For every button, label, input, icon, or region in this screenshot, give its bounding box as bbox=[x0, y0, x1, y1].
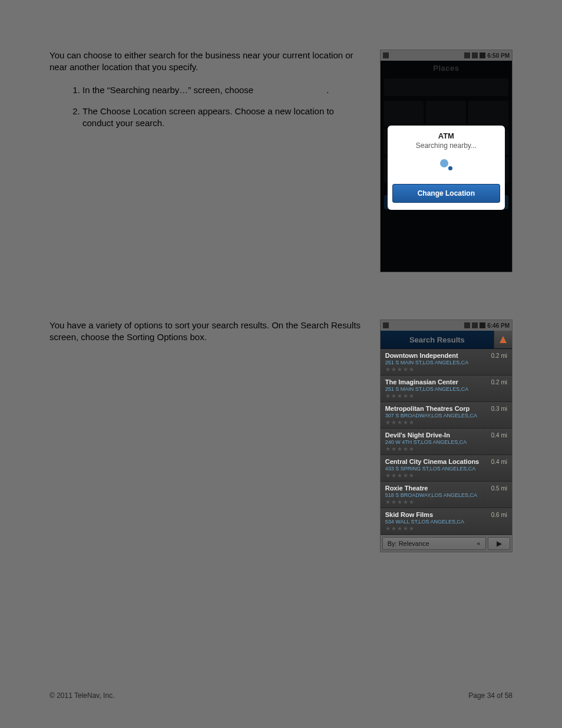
result-rating-stars: ★★★★★ bbox=[385, 472, 507, 479]
download-icon bbox=[383, 322, 389, 328]
modal-subtitle: Searching nearby... bbox=[392, 141, 500, 150]
result-rating-stars: ★★★★★ bbox=[385, 419, 507, 426]
step-2: The Choose Location screen appears. Choo… bbox=[82, 106, 366, 130]
results-title: Search Results bbox=[381, 331, 494, 348]
result-distance: 0.3 mi bbox=[491, 406, 507, 412]
phone1-body: Places Transportation Wi-Fi More bbox=[381, 61, 512, 272]
section2-text: You have a variety of options to sort yo… bbox=[49, 319, 366, 352]
signal-3g-icon bbox=[464, 52, 470, 58]
phone-screenshot-results: 6:46 PM Search Results 0.2 miDowntown In… bbox=[380, 319, 513, 552]
change-location-button[interactable]: Change Location bbox=[392, 184, 500, 203]
result-name: Devil's Night Drive-In bbox=[385, 431, 507, 439]
step-1-trail: . bbox=[326, 85, 329, 95]
page-number: Page 34 of 58 bbox=[468, 691, 513, 700]
result-name: Central City Cinema Locations bbox=[385, 458, 507, 465]
places-header: Places bbox=[381, 61, 512, 76]
download-icon bbox=[383, 52, 389, 58]
category-tile[interactable] bbox=[426, 101, 466, 127]
section-search-nearby: You can choose to either search for the … bbox=[49, 50, 513, 272]
result-name: Roxie Theatre bbox=[385, 485, 507, 492]
result-address: 307 S BROADWAY,LOS ANGELES,CA bbox=[385, 413, 507, 419]
signal-bars-icon bbox=[472, 322, 478, 328]
step-1-text: In the “Searching nearby…” screen, choos… bbox=[82, 85, 253, 95]
signal-3g-icon bbox=[464, 322, 470, 328]
searching-modal: ATM Searching nearby... Change Location bbox=[388, 126, 505, 210]
sort-options-box[interactable]: By: Relevance bbox=[382, 537, 486, 550]
result-address: 251 S MAIN ST,LOS ANGELES,CA bbox=[385, 360, 507, 365]
result-address: 433 S SPRING ST,LOS ANGELES,CA bbox=[385, 466, 507, 472]
result-rating-stars: ★★★★★ bbox=[385, 446, 507, 452]
status-bar: 6:50 PM bbox=[381, 50, 512, 61]
document-page: You can choose to either search for the … bbox=[0, 0, 562, 728]
result-row[interactable]: 0.6 miSkid Row Films534 WALL ST,LOS ANGE… bbox=[381, 508, 512, 535]
phone2-body: Search Results 0.2 miDowntown Independen… bbox=[381, 331, 512, 552]
section1-intro: You can choose to either search for the … bbox=[49, 50, 366, 74]
result-distance: 0.4 mi bbox=[491, 432, 507, 439]
result-address: 251 S MAIN ST,LOS ANGELES,CA bbox=[385, 386, 507, 392]
result-distance: 0.2 mi bbox=[491, 379, 507, 386]
result-row[interactable]: 0.2 miThe Imaginasian Center251 S MAIN S… bbox=[381, 375, 512, 402]
result-row[interactable]: 0.4 miDevil's Night Drive-In240 W 4TH ST… bbox=[381, 429, 512, 455]
map-toggle-button[interactable] bbox=[494, 331, 512, 348]
status-bar: 6:46 PM bbox=[381, 320, 512, 331]
signal-bars-icon bbox=[472, 52, 478, 58]
section1-steps: In the “Searching nearby…” screen, choos… bbox=[49, 84, 366, 130]
modal-title: ATM bbox=[392, 131, 500, 140]
result-row[interactable]: 0.3 miMetropolitan Theatres Corp307 S BR… bbox=[381, 402, 512, 429]
phone-screenshot-searching: 6:50 PM Places Transport bbox=[380, 50, 513, 272]
section-sort-results: You have a variety of options to sort yo… bbox=[49, 319, 513, 552]
section2-intro: You have a variety of options to sort yo… bbox=[49, 319, 366, 344]
category-tile[interactable] bbox=[468, 101, 508, 127]
result-address: 518 S BROADWAY,LOS ANGELES,CA bbox=[385, 492, 507, 498]
result-row[interactable]: 0.2 miDowntown Independent251 S MAIN ST,… bbox=[381, 349, 512, 375]
places-search-bar[interactable] bbox=[384, 78, 508, 96]
result-name: Skid Row Films bbox=[385, 511, 507, 518]
results-header: Search Results bbox=[381, 331, 512, 349]
result-row[interactable]: 0.4 miCentral City Cinema Locations433 S… bbox=[381, 455, 512, 482]
result-address: 240 W 4TH ST,LOS ANGELES,CA bbox=[385, 439, 507, 445]
section1-text: You can choose to either search for the … bbox=[49, 50, 366, 139]
results-list[interactable]: 0.2 miDowntown Independent251 S MAIN ST,… bbox=[381, 349, 512, 535]
result-rating-stars: ★★★★★ bbox=[385, 499, 507, 505]
category-tile[interactable] bbox=[384, 101, 424, 127]
result-distance: 0.5 mi bbox=[491, 485, 507, 492]
result-distance: 0.6 mi bbox=[491, 512, 507, 518]
result-name: The Imaginasian Center bbox=[385, 378, 507, 386]
result-distance: 0.4 mi bbox=[491, 459, 507, 465]
result-rating-stars: ★★★★★ bbox=[385, 366, 507, 373]
status-time: 6:50 PM bbox=[487, 52, 510, 59]
step-1: In the “Searching nearby…” screen, choos… bbox=[82, 84, 366, 96]
result-address: 534 WALL ST,LOS ANGELES,CA bbox=[385, 519, 507, 525]
copyright: © 2011 TeleNav, Inc. bbox=[49, 691, 114, 700]
result-distance: 0.2 mi bbox=[491, 353, 507, 359]
battery-icon bbox=[480, 322, 485, 328]
result-name: Downtown Independent bbox=[385, 352, 507, 359]
page-footer: © 2011 TeleNav, Inc. Page 34 of 58 bbox=[49, 691, 513, 700]
result-rating-stars: ★★★★★ bbox=[385, 393, 507, 399]
result-rating-stars: ★★★★★ bbox=[385, 525, 507, 532]
result-name: Metropolitan Theatres Corp bbox=[385, 405, 507, 412]
result-row[interactable]: 0.5 miRoxie Theatre518 S BROADWAY,LOS AN… bbox=[381, 482, 512, 508]
loading-spinner-icon bbox=[438, 158, 454, 174]
status-time: 6:46 PM bbox=[487, 322, 510, 329]
battery-icon bbox=[480, 52, 485, 58]
sort-bar: By: Relevance ▶ bbox=[381, 535, 512, 552]
sort-next-button[interactable]: ▶ bbox=[488, 537, 510, 550]
